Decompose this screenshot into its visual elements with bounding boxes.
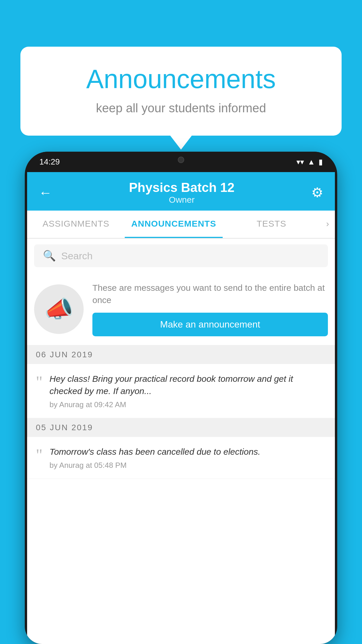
tab-assignments[interactable]: ASSIGNMENTS xyxy=(27,211,125,238)
camera xyxy=(178,157,184,163)
header-subtitle: Owner xyxy=(129,195,235,205)
bubble-title: Announcements xyxy=(44,64,318,94)
announcement-meta-1: by Anurag at 09:42 AM xyxy=(50,400,326,409)
speech-bubble: Announcements keep all your students inf… xyxy=(20,47,342,136)
promo-icon-circle: 📣 xyxy=(34,284,84,334)
promo-description: These are messages you want to send to t… xyxy=(92,282,328,306)
bubble-subtitle: keep all your students informed xyxy=(44,101,318,115)
tab-tests[interactable]: TESTS xyxy=(223,211,320,238)
battery-icon: ▮ xyxy=(319,158,323,167)
speech-bubble-section: Announcements keep all your students inf… xyxy=(20,47,342,136)
search-container: 🔍 Search xyxy=(27,239,335,273)
tab-more[interactable]: › xyxy=(320,211,335,238)
announcement-item-2[interactable]: " Tomorrow's class has been cancelled du… xyxy=(27,437,335,479)
make-announcement-button[interactable]: Make an announcement xyxy=(92,313,328,336)
phone-notch xyxy=(155,152,207,168)
header-center: Physics Batch 12 Owner xyxy=(129,180,235,205)
status-time: 14:29 xyxy=(39,157,60,167)
wifi-icon: ▾▾ xyxy=(296,158,304,167)
settings-icon[interactable]: ⚙ xyxy=(311,185,323,200)
promo-content: These are messages you want to send to t… xyxy=(92,282,328,336)
header-title: Physics Batch 12 xyxy=(129,180,235,195)
announcement-promo: 📣 These are messages you want to send to… xyxy=(27,273,335,345)
quote-icon-2: " xyxy=(36,447,43,463)
status-bar: 14:29 ▾▾ ▲ ▮ xyxy=(25,152,337,172)
announcement-content-1: Hey class! Bring your practical record b… xyxy=(50,373,326,409)
quote-icon-1: " xyxy=(36,374,43,390)
search-bar[interactable]: 🔍 Search xyxy=(34,244,328,267)
announcement-text-1: Hey class! Bring your practical record b… xyxy=(50,373,326,397)
phone-screen: ← Physics Batch 12 Owner ⚙ ASSIGNMENTS A… xyxy=(27,172,335,644)
phone-frame: 14:29 ▾▾ ▲ ▮ ← Physics Batch 12 Owner ⚙ … xyxy=(25,152,337,644)
search-icon: 🔍 xyxy=(43,250,56,262)
announcement-meta-2: by Anurag at 05:48 PM xyxy=(50,461,326,470)
status-icons: ▾▾ ▲ ▮ xyxy=(296,158,323,167)
signal-icon: ▲ xyxy=(307,158,315,167)
date-separator-1: 06 JUN 2019 xyxy=(27,345,335,364)
tabs-container: ASSIGNMENTS ANNOUNCEMENTS TESTS › xyxy=(27,211,335,239)
announcement-content-2: Tomorrow's class has been cancelled due … xyxy=(50,446,326,470)
announcement-item-1[interactable]: " Hey class! Bring your practical record… xyxy=(27,364,335,418)
back-button[interactable]: ← xyxy=(39,185,52,200)
announcement-text-2: Tomorrow's class has been cancelled due … xyxy=(50,446,326,458)
tab-announcements[interactable]: ANNOUNCEMENTS xyxy=(125,211,222,238)
megaphone-icon: 📣 xyxy=(44,295,73,323)
app-header: ← Physics Batch 12 Owner ⚙ xyxy=(27,172,335,211)
date-separator-2: 05 JUN 2019 xyxy=(27,418,335,437)
search-placeholder: Search xyxy=(61,250,93,262)
